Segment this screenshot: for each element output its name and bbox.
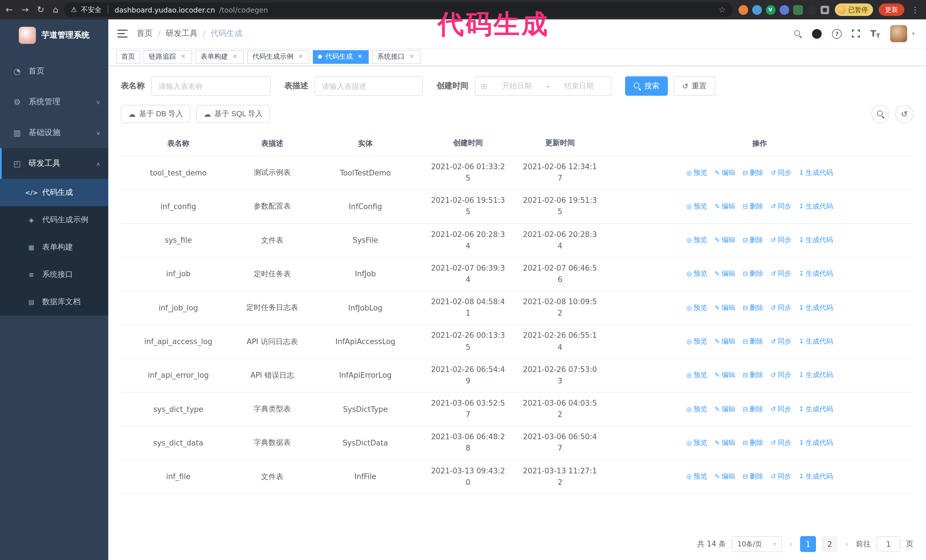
row-action-sync-link[interactable]: ↺同步 xyxy=(771,337,791,346)
row-action-edit-link[interactable]: ✎编辑 xyxy=(714,371,735,380)
toggle-search-button[interactable] xyxy=(871,105,890,123)
row-action-generate-link[interactable]: ↧生成代码 xyxy=(799,472,833,482)
home-icon[interactable]: ⌂ xyxy=(53,5,58,15)
sidebar-subitem-db-doc[interactable]: ▤ 数据库文档 xyxy=(0,288,108,315)
reload-icon[interactable]: ↻ xyxy=(37,5,44,15)
row-action-preview-link[interactable]: ◎预览 xyxy=(686,438,707,448)
browser-menu-icon[interactable]: ⋮ xyxy=(910,5,920,14)
row-action-sync-link[interactable]: ↺同步 xyxy=(771,404,791,414)
row-action-preview-link[interactable]: ◎预览 xyxy=(686,168,707,177)
row-action-preview-link[interactable]: ◎预览 xyxy=(686,404,707,414)
row-action-sync-link[interactable]: ↺同步 xyxy=(771,303,791,313)
sidebar-item-home[interactable]: ◔ 首页 xyxy=(0,56,108,87)
sidebar-item-system-management[interactable]: ⚙ 系统管理 ∨ xyxy=(0,87,108,117)
sidebar-subitem-codegen-demo[interactable]: ◈ 代码生成示例 xyxy=(0,206,108,234)
help-icon[interactable]: ? xyxy=(832,29,842,38)
row-action-delete-link[interactable]: ⊟删除 xyxy=(743,235,763,245)
row-action-sync-link[interactable]: ↺同步 xyxy=(771,168,791,177)
bookmark-star-icon[interactable]: ☆ xyxy=(719,5,726,14)
table-desc-input[interactable] xyxy=(315,76,423,96)
row-action-sync-link[interactable]: ↺同步 xyxy=(771,472,791,482)
close-icon[interactable]: × xyxy=(356,53,363,60)
back-icon[interactable]: ← xyxy=(6,5,13,15)
caret-down-icon[interactable]: ▾ xyxy=(912,31,915,36)
row-action-edit-link[interactable]: ✎编辑 xyxy=(714,202,735,211)
row-action-generate-link[interactable]: ↧生成代码 xyxy=(799,235,833,245)
row-action-delete-link[interactable]: ⊟删除 xyxy=(743,472,763,482)
sidebar-toggle-icon[interactable] xyxy=(117,30,128,38)
import-db-button[interactable]: ☁ 基于 DB 导入 xyxy=(121,105,191,123)
row-action-delete-link[interactable]: ⊟删除 xyxy=(743,371,763,380)
page-button-2[interactable]: 2 xyxy=(822,536,838,552)
extension-icon[interactable] xyxy=(793,5,803,15)
row-action-delete-link[interactable]: ⊟删除 xyxy=(743,269,763,279)
refresh-button[interactable]: ↺ xyxy=(895,105,914,123)
search-button[interactable]: 搜索 xyxy=(625,76,668,96)
avatar[interactable] xyxy=(890,25,908,42)
next-page-icon[interactable]: › xyxy=(843,539,850,549)
tab-trace[interactable]: 链路追踪× xyxy=(144,50,192,63)
browser-update-button[interactable]: 更新 xyxy=(879,3,904,16)
row-action-generate-link[interactable]: ↧生成代码 xyxy=(799,202,833,211)
row-action-delete-link[interactable]: ⊟删除 xyxy=(743,404,763,414)
close-icon[interactable]: × xyxy=(232,53,239,60)
extension-icon[interactable] xyxy=(779,5,789,15)
reset-button[interactable]: ↺ 重置 xyxy=(673,76,715,96)
goto-page-input[interactable] xyxy=(876,536,900,552)
date-range-picker[interactable]: ⊞ 开始日期 - 结束日期 xyxy=(475,76,611,96)
row-action-delete-link[interactable]: ⊟删除 xyxy=(743,168,763,177)
row-action-preview-link[interactable]: ◎预览 xyxy=(686,269,707,279)
row-action-preview-link[interactable]: ◎预览 xyxy=(686,235,707,245)
row-action-preview-link[interactable]: ◎预览 xyxy=(686,303,707,313)
row-action-sync-link[interactable]: ↺同步 xyxy=(771,235,791,245)
page-button-1[interactable]: 1 xyxy=(800,536,816,552)
row-action-preview-link[interactable]: ◎预览 xyxy=(686,202,707,211)
extension-icon[interactable]: V xyxy=(766,5,775,15)
row-action-edit-link[interactable]: ✎编辑 xyxy=(714,438,735,448)
row-action-preview-link[interactable]: ◎预览 xyxy=(686,472,707,482)
row-action-preview-link[interactable]: ◎预览 xyxy=(686,371,707,380)
prev-page-icon[interactable]: ‹ xyxy=(788,539,794,549)
row-action-delete-link[interactable]: ⊟删除 xyxy=(743,337,763,346)
breadcrumb-dev-tools[interactable]: 研发工具 xyxy=(165,29,197,39)
font-size-icon[interactable]: TT xyxy=(870,29,880,39)
import-sql-button[interactable]: ☁ 基于 SQL 导入 xyxy=(196,105,270,123)
row-action-generate-link[interactable]: ↧生成代码 xyxy=(799,404,833,414)
row-action-preview-link[interactable]: ◎预览 xyxy=(686,337,707,346)
github-icon[interactable] xyxy=(812,29,822,38)
app-logo[interactable]: 芋道管理系统 xyxy=(0,20,108,51)
fullscreen-icon[interactable] xyxy=(852,30,860,38)
extension-icon[interactable] xyxy=(738,5,748,15)
row-action-edit-link[interactable]: ✎编辑 xyxy=(714,303,735,313)
row-action-generate-link[interactable]: ↧生成代码 xyxy=(799,337,833,346)
tab-home[interactable]: 首页 xyxy=(116,50,140,63)
row-action-edit-link[interactable]: ✎编辑 xyxy=(714,235,735,245)
sidebar-subitem-system-api[interactable]: ≡ 系统接口 xyxy=(0,261,108,288)
row-action-generate-link[interactable]: ↧生成代码 xyxy=(799,371,833,380)
extension-icon[interactable] xyxy=(752,5,762,15)
row-action-edit-link[interactable]: ✎编辑 xyxy=(714,337,735,346)
breadcrumb-home[interactable]: 首页 xyxy=(137,29,153,39)
row-action-generate-link[interactable]: ↧生成代码 xyxy=(799,269,833,279)
sidebar-subitem-form-builder[interactable]: ▦ 表单构建 xyxy=(0,234,108,261)
row-action-generate-link[interactable]: ↧生成代码 xyxy=(799,168,833,177)
row-action-edit-link[interactable]: ✎编辑 xyxy=(714,269,735,279)
close-icon[interactable]: × xyxy=(180,53,187,60)
page-size-select[interactable]: 10条/页 ▾ xyxy=(732,536,782,552)
extensions-puzzle-icon[interactable] xyxy=(820,5,829,14)
extension-icon[interactable] xyxy=(806,5,816,15)
address-bar[interactable]: ⚠ 不安全 dashboard.yudao.iocoder.cn /tool/c… xyxy=(64,2,732,17)
row-action-sync-link[interactable]: ↺同步 xyxy=(771,202,791,211)
row-action-delete-link[interactable]: ⊟删除 xyxy=(743,303,763,313)
tab-codegen-demo[interactable]: 代码生成示例× xyxy=(247,50,309,63)
row-action-edit-link[interactable]: ✎编辑 xyxy=(714,404,735,414)
forward-icon[interactable]: → xyxy=(21,5,29,15)
tab-system-api[interactable]: 系统接口× xyxy=(372,50,421,63)
row-action-sync-link[interactable]: ↺同步 xyxy=(771,371,791,380)
row-action-generate-link[interactable]: ↧生成代码 xyxy=(799,303,833,313)
sidebar-item-infrastructure[interactable]: ▥ 基础设施 ∨ xyxy=(0,117,108,148)
tab-codegen[interactable]: 代码生成× xyxy=(313,50,369,63)
row-action-delete-link[interactable]: ⊟删除 xyxy=(743,438,763,448)
row-action-sync-link[interactable]: ↺同步 xyxy=(771,438,791,448)
sidebar-item-dev-tools[interactable]: ◰ 研发工具 ∧ xyxy=(0,148,108,179)
